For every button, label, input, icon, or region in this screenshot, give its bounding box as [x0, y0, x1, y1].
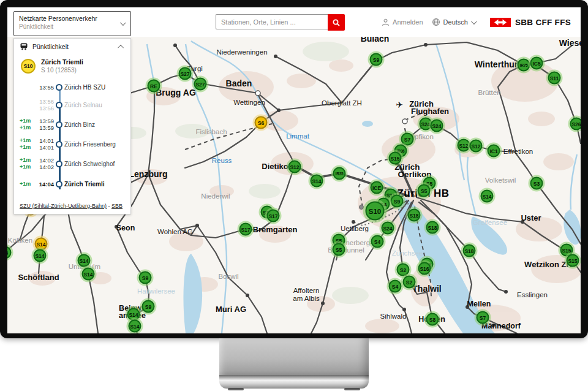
stop-node — [54, 161, 64, 167]
login-button[interactable]: Anmelden — [382, 18, 423, 26]
train-badge-s14[interactable]: S14 — [129, 320, 141, 333]
search-input[interactable] — [216, 14, 328, 29]
sbb-flag-icon — [490, 18, 511, 27]
stop-node — [54, 102, 64, 108]
train-badge-s14[interactable]: S14 — [78, 254, 91, 267]
train-badge-s26[interactable]: S26 — [570, 118, 581, 131]
train-badge-s14[interactable]: S14 — [35, 238, 48, 251]
stop-timeline: 13:55Zürich HB SZU13:56 13:56Zürich Seln… — [20, 79, 125, 194]
operator-links: SZU (Sihltal-Zürich-Uetliberg-Bahn) - SB… — [20, 203, 125, 209]
chevron-up-icon — [118, 44, 124, 50]
stop-delay: +1m +1m — [20, 137, 34, 151]
stop-name: Zürich Schweighof — [64, 161, 115, 167]
train-badge-s27[interactable]: S27 — [194, 78, 207, 91]
login-label: Anmelden — [393, 18, 423, 26]
train-badge-s18[interactable]: S18 — [426, 221, 439, 234]
train-badge-s10[interactable]: S10 — [366, 202, 385, 221]
language-selector[interactable]: Deutsch — [432, 18, 475, 26]
train-badge-s5[interactable]: S5 — [333, 243, 345, 256]
timeline-stop-row: 13:56 13:56Zürich Selnau — [20, 95, 125, 115]
train-badge-s18[interactable]: S18 — [408, 209, 421, 222]
train-badge-s7[interactable]: S7 — [477, 311, 489, 324]
timeline-stop-row: +1m +1m14:01 14:01Zürich Friesenberg — [20, 134, 125, 154]
stop-name: Zürich Triemli — [64, 181, 105, 188]
train-badge-s24[interactable]: S24 — [382, 222, 394, 235]
train-badge-s14[interactable]: S14 — [82, 268, 95, 281]
layer-dropdown[interactable]: Netzkarte Personenverkehr Pünktlichkeit — [13, 11, 131, 36]
stop-node-dot — [56, 141, 62, 148]
app-screen: NiederweningenBülachWiesendangenTurgiBad… — [7, 7, 581, 333]
stop-node — [54, 121, 64, 128]
train-badge-s11[interactable]: S11 — [548, 72, 561, 85]
train-badge-s24[interactable]: S24 — [431, 120, 443, 132]
train-badge-s9[interactable]: S9 — [139, 271, 152, 284]
train-badge-s17[interactable]: S17 — [239, 223, 252, 236]
layer-dropdown-title: Netzkarte Personenverkehr — [19, 15, 126, 22]
train-badge-s27[interactable]: S27 — [179, 67, 192, 80]
stop-node — [54, 84, 64, 91]
monitor-foot-right — [344, 388, 360, 390]
train-badge-s4[interactable]: S4 — [371, 235, 384, 248]
stop-time: 13:59 13:59 — [34, 118, 54, 131]
train-badge-s8[interactable]: S8 — [426, 313, 439, 326]
train-badge-s6[interactable]: S6 — [255, 116, 268, 129]
stop-node-dot — [56, 102, 62, 108]
train-badge-s9[interactable]: S9 — [391, 195, 404, 208]
stop-name: Zürich Selnau — [64, 102, 102, 108]
train-badge-s7[interactable]: S7 — [401, 133, 414, 146]
train-badge-s14[interactable]: S14 — [127, 308, 140, 321]
train-badge-ice[interactable]: ICE — [371, 181, 383, 194]
train-badge-s12[interactable]: S12 — [458, 139, 470, 152]
stop-node — [54, 181, 64, 188]
language-label: Deutsch — [443, 18, 468, 26]
stop-name: Zürich HB SZU — [64, 84, 105, 91]
train-badge-s4[interactable]: S4 — [389, 280, 402, 293]
sbb-logo: SBB CFF FFS — [490, 18, 571, 27]
train-line-badge: S10 — [21, 59, 36, 74]
train-badge-s5[interactable]: S5 — [418, 184, 431, 197]
train-badge-s9[interactable]: S9 — [142, 300, 155, 313]
train-badge-re[interactable]: RE — [148, 80, 160, 93]
search-button[interactable] — [328, 14, 345, 31]
stop-time: 13:56 13:56 — [34, 98, 54, 112]
train-badge-s15[interactable]: S15 — [389, 152, 402, 165]
search-bar — [216, 14, 345, 31]
train-number: S 10 (12853) — [41, 67, 83, 74]
train-badge-ic1[interactable]: IC1 — [488, 145, 500, 158]
stop-node-dot — [56, 161, 62, 167]
monitor-stand-base — [219, 375, 369, 389]
chevron-down-icon — [471, 18, 477, 25]
train-badge-s2[interactable]: S2 — [403, 276, 416, 289]
operator-link-szu[interactable]: SZU (Sihltal-Zürich-Uetliberg-Bahn) — [20, 203, 107, 209]
train-badge-s14[interactable]: S14 — [34, 249, 47, 262]
train-badge-s9[interactable]: S9 — [370, 53, 383, 66]
timeline-rows: 13:55Zürich HB SZU13:56 13:56Zürich Seln… — [20, 79, 125, 194]
stop-name: Zürich Binz — [64, 121, 95, 128]
layer-dropdown-subtitle: Pünktlichkeit — [19, 23, 126, 30]
monitor-foot-left — [228, 388, 244, 390]
timeline-stop-row: +1m +1m14:02 14:02Zürich Schweighof — [20, 154, 125, 173]
train-badge-s3[interactable]: S3 — [530, 177, 543, 190]
train-badge-s2[interactable]: S2 — [397, 264, 410, 276]
train-badge-s12[interactable]: S12 — [288, 161, 301, 173]
train-badge-ir75[interactable]: IR75 — [518, 59, 530, 72]
train-badge-s16[interactable]: S16 — [418, 262, 431, 275]
train-badge-ic5[interactable]: IC5 — [530, 57, 543, 70]
timeline-stop-row: +1m +1m13:59 13:59Zürich Binz — [20, 115, 125, 134]
stop-delay: +1m +1m — [20, 157, 34, 170]
panel-header[interactable]: Pünktlichkeit — [20, 43, 125, 50]
panel-title: Pünktlichkeit — [32, 43, 69, 50]
train-badge-s17[interactable]: S17 — [267, 210, 280, 222]
logo-text: SBB CFF FFS — [515, 18, 571, 27]
stop-time: 14:01 14:01 — [34, 137, 54, 151]
train-badge-s14[interactable]: S14 — [311, 175, 323, 188]
operator-link-sbb[interactable]: SBB — [111, 203, 123, 209]
train-badge-s12[interactable]: S12 — [470, 140, 483, 153]
train-icon — [20, 43, 28, 50]
train-badge-ir35[interactable]: IR35 — [333, 167, 346, 180]
link-separator: - — [107, 203, 111, 209]
train-badge-s15[interactable]: S15 — [567, 254, 579, 267]
train-badge-s14[interactable]: S14 — [481, 190, 494, 203]
stop-time: 13:55 — [34, 84, 54, 91]
train-badge-s18[interactable]: S18 — [463, 245, 476, 257]
